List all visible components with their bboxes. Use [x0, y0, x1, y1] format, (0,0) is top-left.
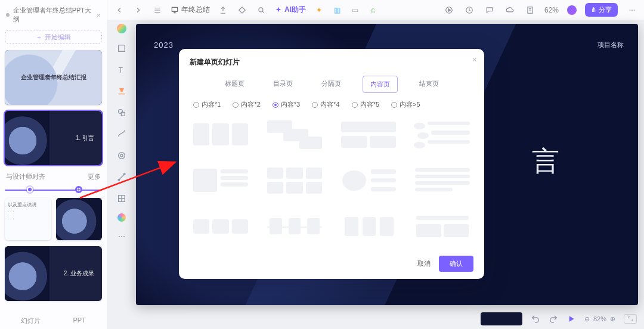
- radio-content-4[interactable]: 内容*4: [312, 100, 339, 109]
- layout-option[interactable]: [190, 162, 252, 198]
- layout-option[interactable]: [264, 162, 326, 198]
- new-slide-modal: 新建单页幻灯片 × 标题页 目录页 分隔页 内容页 结束页 内容*1 内容*2 …: [179, 49, 484, 279]
- modal-tabs: 标题页 目录页 分隔页 内容页 结束页: [190, 76, 473, 93]
- modal-footer: 取消 确认: [190, 256, 473, 272]
- layout-option[interactable]: [190, 208, 252, 244]
- layout-option[interactable]: [338, 162, 400, 198]
- content-count-radios: 内容*1 内容*2 内容*3 内容*4 内容*5 内容>5: [190, 100, 473, 109]
- radio-content-3[interactable]: 内容*3: [273, 100, 300, 109]
- layout-option[interactable]: [411, 208, 473, 244]
- tab-toc-page[interactable]: 目录页: [266, 76, 300, 93]
- layout-option[interactable]: [190, 116, 252, 153]
- radio-content-1[interactable]: 内容*1: [193, 100, 221, 109]
- cancel-button[interactable]: 取消: [417, 259, 431, 268]
- radio-content-5[interactable]: 内容*5: [352, 100, 379, 109]
- modal-title: 新建单页幻灯片: [190, 57, 473, 67]
- tab-divider-page[interactable]: 分隔页: [314, 76, 348, 93]
- confirm-button[interactable]: 确认: [439, 256, 473, 272]
- tab-title-page[interactable]: 标题页: [218, 76, 252, 93]
- layout-option[interactable]: [338, 208, 400, 244]
- modal-close-icon[interactable]: ×: [472, 55, 477, 64]
- tab-content-page[interactable]: 内容页: [363, 76, 398, 93]
- radio-content-gt5[interactable]: 内容>5: [391, 100, 420, 109]
- radio-content-2[interactable]: 内容*2: [233, 100, 260, 109]
- layout-option[interactable]: [264, 208, 326, 244]
- layout-gallery: [190, 116, 473, 251]
- tab-end-page[interactable]: 结束页: [412, 76, 446, 93]
- layout-option[interactable]: [411, 162, 473, 198]
- layout-option[interactable]: [338, 116, 400, 153]
- layout-option[interactable]: [264, 116, 326, 153]
- layout-option[interactable]: [411, 116, 473, 153]
